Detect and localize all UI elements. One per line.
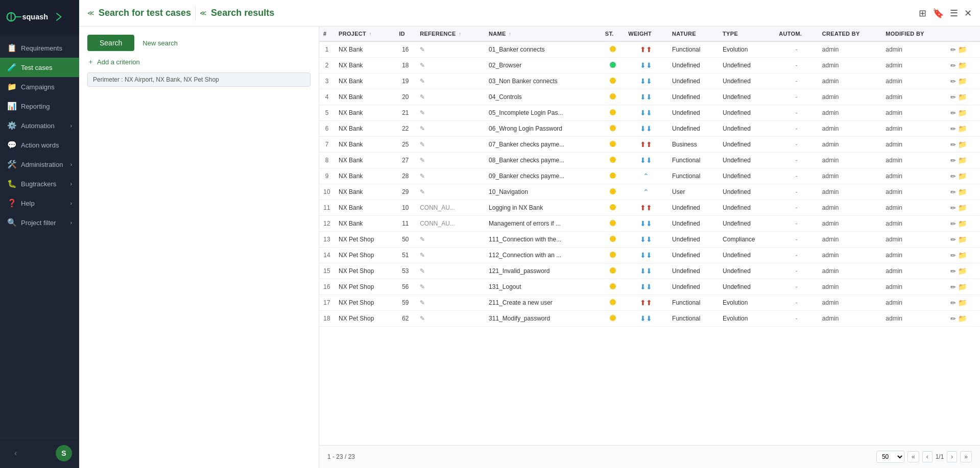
col-name[interactable]: NAME ↑ bbox=[485, 27, 601, 41]
file-icon[interactable]: 📁 bbox=[958, 61, 967, 69]
cell-nature: User bbox=[668, 184, 719, 200]
edit-icon[interactable]: ✏ bbox=[950, 173, 956, 180]
edit-icon[interactable]: ✏ bbox=[950, 299, 956, 307]
edit-icon[interactable]: ✏ bbox=[950, 204, 956, 212]
edit-icon[interactable]: ✏ bbox=[950, 188, 956, 196]
bugtrackers-icon: 🐛 bbox=[7, 179, 17, 188]
close-icon[interactable]: ✕ bbox=[964, 8, 972, 19]
col-reference[interactable]: REFERENCE ↑ bbox=[416, 27, 485, 41]
cell-id: 16 bbox=[395, 41, 416, 58]
file-icon[interactable]: 📁 bbox=[958, 219, 967, 228]
file-icon[interactable]: 📁 bbox=[958, 172, 967, 180]
cell-weight: ⬇⬇ bbox=[624, 105, 668, 121]
sidebar-item-administration[interactable]: 🛠️ Administration › bbox=[0, 155, 79, 174]
edit-icon[interactable]: ✏ bbox=[950, 78, 956, 85]
sidebar-item-reporting[interactable]: 📊 Reporting bbox=[0, 96, 79, 116]
search-actions: Search New search bbox=[87, 35, 310, 51]
results-back-button[interactable]: ≪ bbox=[200, 9, 207, 17]
cell-created-by: admin bbox=[818, 105, 881, 121]
file-icon[interactable]: 📁 bbox=[958, 45, 967, 54]
search-button[interactable]: Search bbox=[87, 35, 134, 51]
cell-status bbox=[601, 137, 625, 153]
file-icon[interactable]: 📁 bbox=[958, 125, 967, 133]
table-row: 1 NX Bank 16 ✎ 01_Banker connects ⬆⬆ Fun… bbox=[319, 41, 980, 58]
edit-icon[interactable]: ✏ bbox=[950, 109, 956, 117]
cell-id: 22 bbox=[395, 121, 416, 137]
col-project[interactable]: PROJECT ↑ bbox=[334, 27, 395, 41]
cell-id: 19 bbox=[395, 73, 416, 89]
cell-type: Undefined bbox=[719, 58, 775, 73]
first-page-button[interactable]: « bbox=[907, 451, 919, 462]
edit-icon[interactable]: ✏ bbox=[950, 267, 956, 275]
back-to-search-button[interactable]: ≪ bbox=[87, 9, 94, 17]
sidebar-item-help[interactable]: ❓ Help › bbox=[0, 193, 79, 213]
avatar[interactable]: S bbox=[56, 445, 72, 461]
cell-actions: ✏ 📁 bbox=[946, 295, 980, 311]
table-row: 9 NX Bank 28 ✎ 09_Banker checks payme...… bbox=[319, 168, 980, 184]
chevron-right-icon: › bbox=[70, 123, 72, 129]
file-icon[interactable]: 📁 bbox=[958, 235, 967, 243]
per-page-select[interactable]: 102550100 bbox=[876, 451, 904, 463]
sidebar-item-project-filter[interactable]: 🔍 Project filter › bbox=[0, 213, 79, 232]
sidebar-item-bugtrackers[interactable]: 🐛 Bugtrackers › bbox=[0, 174, 79, 193]
cell-weight: ⬇⬇ bbox=[624, 232, 668, 248]
last-page-button[interactable]: » bbox=[960, 451, 972, 462]
prev-page-button[interactable]: ‹ bbox=[922, 451, 933, 462]
file-icon[interactable]: 📁 bbox=[958, 314, 967, 323]
file-icon[interactable]: 📁 bbox=[958, 140, 967, 149]
edit-icon[interactable]: ✏ bbox=[950, 252, 956, 259]
cell-project: NX Bank bbox=[334, 216, 395, 232]
edit-icon[interactable]: ✏ bbox=[950, 283, 956, 291]
edit-icon[interactable]: ✏ bbox=[950, 141, 956, 149]
file-icon[interactable]: 📁 bbox=[958, 299, 967, 307]
edit-icon[interactable]: ✏ bbox=[950, 62, 956, 69]
sidebar-item-label: Test cases bbox=[21, 64, 52, 71]
cell-nature: Undefined bbox=[668, 216, 719, 232]
cell-modified-by: admin bbox=[881, 153, 946, 168]
sidebar-item-label: Action words bbox=[21, 141, 59, 149]
cell-created-by: admin bbox=[818, 200, 881, 216]
cell-id: 20 bbox=[395, 89, 416, 105]
file-icon[interactable]: 📁 bbox=[958, 204, 967, 212]
file-icon[interactable]: 📁 bbox=[958, 77, 967, 85]
cell-num: 3 bbox=[319, 73, 334, 89]
file-icon[interactable]: 📁 bbox=[958, 109, 967, 117]
file-icon[interactable]: 📁 bbox=[958, 283, 967, 291]
cell-modified-by: admin bbox=[881, 248, 946, 263]
new-search-button[interactable]: New search bbox=[142, 39, 178, 47]
sidebar-item-action-words[interactable]: 💬 Action words bbox=[0, 135, 79, 155]
cell-autom: - bbox=[775, 168, 818, 184]
filter-icon[interactable]: ☰ bbox=[950, 8, 958, 19]
cell-actions: ✏ 📁 bbox=[946, 105, 980, 121]
sidebar-collapse-button[interactable]: ‹ bbox=[7, 444, 24, 463]
results-table-container[interactable]: # PROJECT ↑ ID REFERENCE ↑ NAME ↑ ST. WE… bbox=[319, 27, 980, 445]
reporting-icon: 📊 bbox=[7, 102, 17, 111]
sidebar-item-requirements[interactable]: 📋 Requirements bbox=[0, 38, 79, 58]
file-icon[interactable]: 📁 bbox=[958, 188, 967, 196]
sidebar-item-automation[interactable]: ⚙️ Automation › bbox=[0, 116, 79, 135]
file-icon[interactable]: 📁 bbox=[958, 93, 967, 101]
edit-icon[interactable]: ✏ bbox=[950, 236, 956, 243]
sidebar-item-campaigns[interactable]: 📁 Campaigns bbox=[0, 77, 79, 96]
cell-reference: ✎ bbox=[416, 121, 485, 137]
bookmark-icon[interactable]: 🔖 bbox=[933, 8, 944, 19]
edit-icon[interactable]: ✏ bbox=[950, 157, 956, 164]
grid-view-icon[interactable]: ⊞ bbox=[919, 8, 926, 19]
back-icon: ≪ bbox=[87, 9, 94, 17]
edit-icon[interactable]: ✏ bbox=[950, 220, 956, 228]
edit-icon[interactable]: ✏ bbox=[950, 46, 956, 54]
cell-num: 5 bbox=[319, 105, 334, 121]
file-icon[interactable]: 📁 bbox=[958, 267, 967, 275]
add-criterion-button[interactable]: ＋ Add a criterion bbox=[87, 57, 310, 66]
edit-icon[interactable]: ✏ bbox=[950, 315, 956, 323]
cell-id: 25 bbox=[395, 137, 416, 153]
next-page-button[interactable]: › bbox=[947, 451, 957, 462]
cell-nature: Undefined bbox=[668, 279, 719, 295]
col-autom: AUTOM. bbox=[775, 27, 818, 41]
file-icon[interactable]: 📁 bbox=[958, 251, 967, 259]
edit-icon[interactable]: ✏ bbox=[950, 93, 956, 101]
file-icon[interactable]: 📁 bbox=[958, 156, 967, 164]
edit-icon[interactable]: ✏ bbox=[950, 125, 956, 133]
cell-weight: ⬇⬇ bbox=[624, 216, 668, 232]
sidebar-item-test-cases[interactable]: 🧪 Test cases bbox=[0, 58, 79, 77]
